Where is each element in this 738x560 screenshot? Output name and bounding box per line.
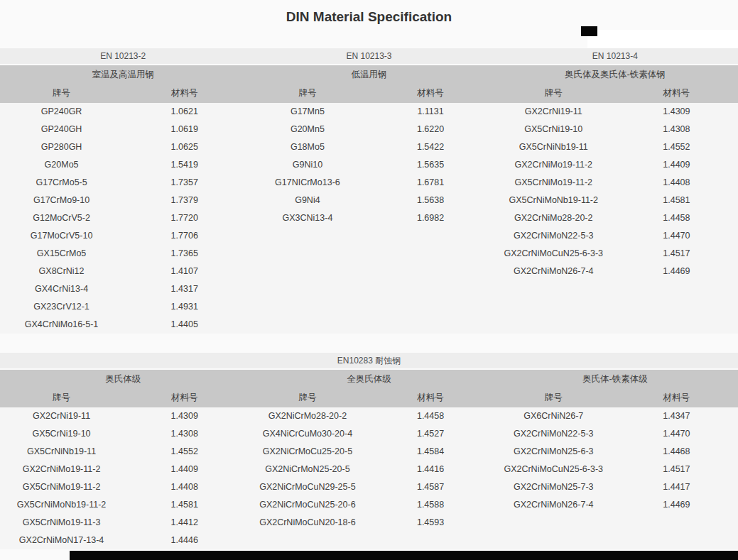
grade-cell: G17CrMo5-5 (0, 174, 123, 192)
material-no-cell: 1.4517 (615, 245, 738, 263)
category-band: 室温及高温用钢 低温用钢 奥氏体及奥氏体-铁素体钢 (0, 65, 738, 84)
material-no-cell: 1.4107 (123, 263, 246, 280)
table-row: GX4CrNi13-41.4317 (0, 280, 246, 298)
grade-cell: G17NICrMo13-6 (246, 174, 369, 192)
page-title: DIN Material Specification (0, 0, 738, 25)
table-row: GX2CrNiMo19-11-21.4409 (0, 461, 246, 478)
category-label: 奥氏体及奥氏体-铁素体钢 (492, 65, 738, 84)
grade-cell: G20Mn5 (246, 121, 369, 138)
material-no-cell: 1.4409 (615, 156, 738, 174)
material-no-cell: 1.4517 (615, 461, 738, 478)
grade-cell: GX2CrNiMoN25-7-3 (492, 478, 615, 496)
sub-table-column: GP240GR1.0621GP240GH1.0619GP280GH1.0625G… (0, 103, 246, 334)
material-no-cell: 1.4412 (123, 514, 246, 532)
table-row: GX15CrMo51.7365 (0, 245, 246, 263)
sub-table-column: GX2CrNi19-111.4309GX5CrNi19-101.4308GX5C… (492, 103, 738, 280)
grade-cell: GX5CrNiMo19-11-3 (0, 514, 123, 532)
grade-header: 牌号 (492, 388, 615, 407)
material-no-cell: 1.4470 (615, 227, 738, 245)
table-en10283: EN10283 耐蚀钢 奥氏体级 全奥氏体级 奥氏体-铁素体级 牌号 材料号 牌… (0, 353, 738, 549)
standard-label: EN 10213-3 (246, 48, 492, 64)
grade-cell: GX2CrNiMoN25-6-3 (492, 443, 615, 461)
table-row: GX2CrNiMo19-11-21.4409 (492, 156, 738, 174)
table-row: G17CrMo5-51.7357 (0, 174, 246, 192)
table-en10213: EN 10213-2 EN 10213-3 EN 10213-4 室温及高温用钢… (0, 48, 738, 334)
grade-cell: GP280GH (0, 138, 123, 156)
category-band: 奥氏体级 全奥氏体级 奥氏体-铁素体级 (0, 370, 738, 388)
grade-cell: G9Ni4 (246, 192, 369, 209)
table-row: G20Mn51.6220 (246, 121, 492, 138)
grade-cell: GX2NiCrMoCuN29-25-5 (246, 478, 369, 496)
table-row: GX5CrNi19-101.4308 (492, 121, 738, 138)
grade-cell: G12MoCrV5-2 (0, 209, 123, 227)
material-no-cell: 1.4309 (123, 407, 246, 425)
table-row: GX2CrNiMoCuN25-6-3-31.4517 (492, 461, 738, 478)
material-no-cell: 1.4931 (123, 298, 246, 316)
material-no-cell: 1.4405 (123, 316, 246, 334)
grade-cell: GX2CrNiMoCuN25-6-3-3 (492, 245, 615, 263)
column-header-band: 牌号 材料号 牌号 材料号 牌号 材料号 (0, 84, 738, 103)
material-no-header: 材料号 (615, 84, 738, 103)
standard-band: EN10283 耐蚀钢 (0, 353, 738, 368)
table-row: GX6CrNiN26-71.4347 (492, 407, 738, 425)
table-row: GX2CrNiMoCuN20-18-61.4593 (246, 514, 492, 532)
grade-cell: GX2CrNiMoN22-5-3 (492, 425, 615, 443)
material-no-cell: 1.5419 (123, 156, 246, 174)
material-no-cell: 1.7365 (123, 245, 246, 263)
material-no-cell: 1.4408 (615, 174, 738, 192)
grade-header: 牌号 (246, 84, 369, 103)
table-row: GX2CrNiMo28-20-21.4458 (492, 209, 738, 227)
table-row: GX5CrNiNb19-111.4552 (492, 138, 738, 156)
material-no-cell: 1.4309 (615, 103, 738, 121)
material-no-cell: 1.4587 (369, 478, 492, 496)
grade-cell: GX4CrNiMo16-5-1 (0, 316, 123, 334)
grade-cell: G17CrMo9-10 (0, 192, 123, 209)
material-no-cell: 1.0619 (123, 121, 246, 138)
table-row: GX2CrNiMoCuN25-6-3-31.4517 (492, 245, 738, 263)
table-row: GX2NiCrMoCu25-20-51.4584 (246, 443, 492, 461)
material-no-cell: 1.4308 (615, 121, 738, 138)
grade-cell: GX2CrNiMoN17-13-4 (0, 532, 123, 549)
grade-cell: GX5CrNi19-10 (492, 121, 615, 138)
grade-cell: G17Mn5 (246, 103, 369, 121)
table-row: GX2CrNiMoN22-5-31.4470 (492, 425, 738, 443)
material-no-cell: 1.4416 (369, 461, 492, 478)
sub-table-column: GX6CrNiN26-71.4347GX2CrNiMoN22-5-31.4470… (492, 407, 738, 514)
material-no-cell: 1.7720 (123, 209, 246, 227)
table-row: GX2CrNi19-111.4309 (0, 407, 246, 425)
material-no-cell: 1.4468 (615, 443, 738, 461)
material-no-cell: 1.5422 (369, 138, 492, 156)
grade-cell: GX2CrNiMo19-11-2 (492, 156, 615, 174)
grade-cell: GX8CrNi12 (0, 263, 123, 280)
material-no-cell: 1.0625 (123, 138, 246, 156)
material-no-cell: 1.4588 (369, 496, 492, 514)
grade-cell: G18Mo5 (246, 138, 369, 156)
material-no-cell: 1.6781 (369, 174, 492, 192)
grade-cell: GX2NiCrMoCu25-20-5 (246, 443, 369, 461)
material-no-cell: 1.4469 (615, 263, 738, 280)
table-row: GX2NiCrMoCuN25-20-61.4588 (246, 496, 492, 514)
grade-cell: GP240GR (0, 103, 123, 121)
sub-table-column: GX2NiCrMo28-20-21.4458GX4NiCrCuMo30-20-4… (246, 407, 492, 532)
table-row: G17CrMo9-101.7379 (0, 192, 246, 209)
material-no-cell: 1.4347 (615, 407, 738, 425)
table-row: GX4CrNiMo16-5-11.4405 (0, 316, 246, 334)
grade-cell: GX2NiCrMo28-20-2 (246, 407, 369, 425)
grade-cell: GX4NiCrCuMo30-20-4 (246, 425, 369, 443)
standard-label: EN10283 耐蚀钢 (337, 355, 401, 367)
grade-cell: GX5CrNiNb19-11 (492, 138, 615, 156)
material-no-header: 材料号 (123, 388, 246, 407)
material-no-header: 材料号 (615, 388, 738, 407)
table-row: GP240GH1.0619 (0, 121, 246, 138)
grade-cell: G20Mo5 (0, 156, 123, 174)
grade-cell: GX15CrMo5 (0, 245, 123, 263)
grade-cell: GX2CrNiMoN26-7-4 (492, 263, 615, 280)
table-row: GX5CrNiMo19-11-21.4408 (0, 478, 246, 496)
material-no-header: 材料号 (123, 84, 246, 103)
grade-cell: GX2CrNiMoN22-5-3 (492, 227, 615, 245)
grade-cell: GX5CrNiMo19-11-2 (492, 174, 615, 192)
material-no-cell: 1.4308 (123, 425, 246, 443)
grade-header: 牌号 (0, 84, 123, 103)
material-no-cell: 1.4527 (369, 425, 492, 443)
dark-bar-bottom (70, 551, 738, 560)
